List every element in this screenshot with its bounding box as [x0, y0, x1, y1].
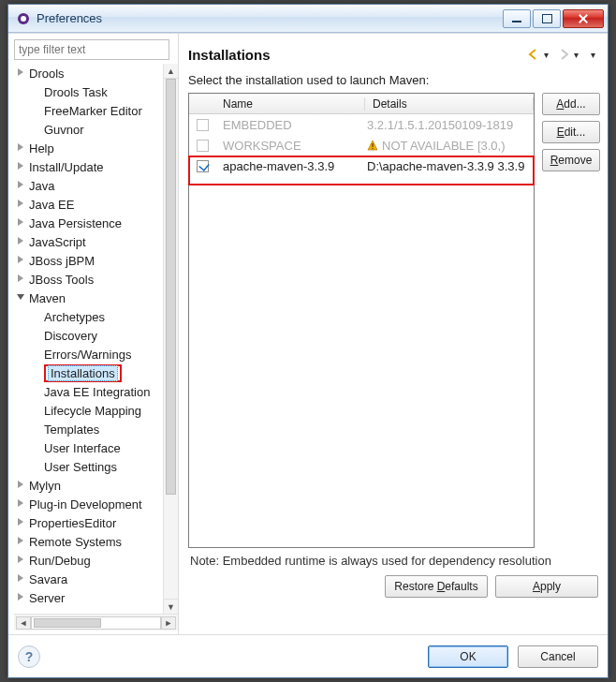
maximize-button[interactable] [533, 9, 561, 28]
col-details[interactable]: Details [365, 97, 534, 111]
expand-icon[interactable] [16, 498, 27, 510]
tree-item-label: Errors/Warnings [44, 348, 131, 362]
preferences-tree[interactable]: DroolsDrools TaskFreeMarker EditorGuvnor… [14, 64, 178, 607]
tree-item-label: Help [29, 141, 54, 156]
tree-horizontal-scrollbar[interactable]: ◄ ► [14, 614, 178, 630]
tree-item-label: Install/Update [29, 160, 104, 174]
tree-item-label: PropertiesEditor [29, 516, 116, 530]
svg-rect-3 [372, 148, 373, 149]
tree-item[interactable]: Maven [14, 289, 178, 307]
tree-item[interactable]: Java [14, 176, 178, 195]
collapse-icon[interactable] [16, 292, 27, 304]
tree-item[interactable]: PropertiesEditor [14, 513, 178, 532]
tree-item[interactable]: Savara [14, 570, 178, 588]
table-row[interactable]: EMBEDDED3.2.1/1.5.1.20150109-1819 [189, 114, 534, 135]
expand-icon[interactable] [16, 142, 27, 154]
tree-vertical-scrollbar[interactable]: ▲▼ [163, 64, 178, 614]
expand-icon[interactable] [16, 592, 27, 603]
expand-icon[interactable] [16, 236, 27, 247]
tree-item[interactable]: Installations [14, 363, 178, 382]
tree-item[interactable]: Discovery [14, 326, 178, 345]
help-button[interactable]: ? [18, 645, 40, 668]
app-icon [16, 11, 31, 26]
tree-item[interactable]: Java EE [14, 195, 178, 214]
tree-item[interactable]: Lifecycle Mapping [14, 401, 178, 420]
tree-item-label: Templates [44, 423, 99, 437]
edit-button[interactable]: Edit... [542, 121, 600, 143]
installations-table[interactable]: Name Details EMBEDDED3.2.1/1.5.1.2015010… [188, 93, 535, 548]
preferences-window: Preferences DroolsDrools TaskFreeMarker … [7, 4, 609, 678]
twisty-none [31, 442, 42, 453]
tree-item[interactable]: Drools [14, 64, 178, 82]
forward-menu-caret[interactable]: ▾ [574, 50, 583, 60]
row-checkbox[interactable] [197, 160, 209, 172]
page-menu-caret[interactable]: ▾ [591, 50, 600, 60]
tree-item[interactable]: Remote Systems [14, 532, 178, 551]
ok-button[interactable]: OK [428, 645, 508, 668]
tree-item[interactable]: Guvnor [14, 120, 178, 139]
table-row[interactable]: WORKSPACENOT AVAILABLE [3.0,) [189, 135, 534, 156]
twisty-none [31, 105, 42, 116]
apply-button[interactable]: Apply [495, 575, 598, 598]
tree-item[interactable]: Errors/Warnings [14, 345, 178, 363]
tree-item[interactable]: Templates [14, 420, 178, 438]
tree-item-label: Java EE Integration [44, 385, 150, 399]
restore-defaults-button[interactable]: Restore Defaults [385, 575, 488, 598]
tree-item[interactable]: JavaScript [14, 232, 178, 251]
back-menu-caret[interactable]: ▾ [544, 50, 553, 60]
tree-item[interactable]: Help [14, 139, 178, 157]
tree-item[interactable]: User Settings [14, 457, 178, 476]
tree-item[interactable]: JBoss Tools [14, 270, 178, 289]
tree-item-label: JavaScript [29, 235, 86, 249]
expand-icon[interactable] [16, 480, 27, 491]
tree-item-label: Plug-in Development [29, 497, 142, 512]
minimize-button[interactable] [503, 9, 531, 28]
expand-icon[interactable] [16, 274, 27, 285]
tree-item-label: Java [29, 179, 54, 193]
cancel-button[interactable]: Cancel [518, 645, 598, 668]
tree-item[interactable]: JBoss jBPM [14, 251, 178, 270]
tree-item-label: Server [29, 591, 65, 605]
expand-icon[interactable] [16, 161, 27, 172]
page-pane: Installations ▾ ▾ ▾ Select the installat… [179, 34, 608, 634]
expand-icon[interactable] [16, 517, 27, 528]
tree-item[interactable]: Java Persistence [14, 214, 178, 232]
forward-button[interactable] [555, 46, 572, 63]
expand-icon[interactable] [16, 199, 27, 210]
tree-item-label: Java EE [29, 198, 74, 212]
tree-item[interactable]: Run/Debug [14, 551, 178, 570]
expand-icon[interactable] [16, 67, 27, 79]
add-button[interactable]: Add... [542, 93, 600, 115]
twisty-none [31, 423, 42, 435]
expand-icon[interactable] [16, 555, 27, 566]
row-details: NOT AVAILABLE [3.0,) [365, 139, 534, 153]
back-button[interactable] [525, 46, 542, 63]
tree-item-label: Lifecycle Mapping [44, 404, 141, 418]
expand-icon[interactable] [16, 255, 27, 266]
expand-icon[interactable] [16, 536, 27, 547]
expand-icon[interactable] [16, 180, 27, 191]
row-checkbox [197, 119, 209, 131]
tree-item[interactable]: Install/Update [14, 157, 178, 176]
tree-item[interactable]: Plug-in Development [14, 495, 178, 513]
tree-item[interactable]: Drools Task [14, 82, 178, 101]
titlebar[interactable]: Preferences [8, 5, 608, 33]
col-name[interactable]: Name [215, 97, 365, 111]
tree-item[interactable]: Mylyn [14, 476, 178, 495]
tree-item[interactable]: User Interface [14, 438, 178, 457]
remove-button[interactable]: Remove [542, 149, 600, 171]
tree-item[interactable]: Server [14, 588, 178, 607]
row-details: D:\apache-maven-3.3.9 3.3.9 [365, 159, 534, 173]
tree-item[interactable]: Java EE Integration [14, 382, 178, 401]
tree-item[interactable]: FreeMarker Editor [14, 101, 178, 120]
close-button[interactable] [563, 9, 604, 28]
tree-pane: DroolsDrools TaskFreeMarker EditorGuvnor… [8, 34, 179, 634]
tree-item-label: User Settings [44, 460, 117, 474]
expand-icon[interactable] [16, 573, 27, 585]
tree-item[interactable]: Archetypes [14, 307, 178, 326]
expand-icon[interactable] [16, 217, 27, 229]
tree-item-label: JBoss Tools [29, 273, 94, 287]
tree-item-label: Installations [48, 365, 118, 381]
table-row[interactable]: apache-maven-3.3.9D:\apache-maven-3.3.9 … [189, 156, 534, 176]
filter-input[interactable] [14, 39, 169, 60]
